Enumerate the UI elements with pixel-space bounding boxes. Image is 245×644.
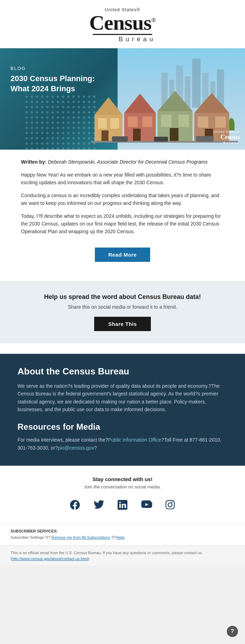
svg-rect-23: [112, 136, 128, 142]
contact-link[interactable]: http://www.census.gov/about/contact-us.h…: [12, 557, 88, 561]
svg-rect-14: [161, 115, 172, 127]
footer: This is an official email from the U.S. …: [0, 545, 245, 566]
hero-watermark: United States® Census Bureau: [214, 130, 240, 144]
svg-rect-4: [98, 118, 107, 129]
resources-text-before: For media interviews, please contact the…: [18, 437, 108, 443]
logo-census: Census: [89, 11, 151, 34]
social-icons-row: [21, 496, 224, 513]
written-by-name: Deborah Stempowski, Associate Director f…: [48, 159, 208, 165]
paragraph-2: Conducting a census is an incredibly com…: [21, 192, 224, 207]
footer-text: This is an official email from the U.S. …: [10, 550, 234, 561]
svg-rect-24: [154, 137, 168, 142]
share-heading: Help us spread the word about Census Bur…: [21, 293, 224, 301]
facebook-icon[interactable]: [66, 496, 83, 513]
unsubscribe-link[interactable]: Remove me from All Subscriptions: [51, 535, 110, 539]
email-wrapper: United States® Census® Bureau: [0, 0, 245, 566]
svg-rect-15: [178, 115, 189, 127]
svg-marker-17: [194, 93, 229, 113]
written-by-label: Written by:: [21, 159, 47, 165]
hero-text: BLOG 2030 Census Planning: What 2024 Bri…: [10, 66, 98, 94]
paragraph-3: Today, I?ll describe what to expect as 2…: [21, 212, 224, 236]
svg-rect-16: [170, 128, 178, 143]
svg-rect-19: [198, 116, 208, 128]
svg-rect-20: [215, 116, 226, 128]
svg-rect-10: [142, 116, 152, 127]
article-content: Written by: Deborah Stempowski, Associat…: [0, 150, 245, 281]
about-heading: About the Census Bureau: [18, 366, 227, 377]
share-button[interactable]: Share This: [94, 317, 151, 331]
join-conversation-text: Join the conversation on social media.: [21, 484, 224, 489]
svg-rect-6: [102, 130, 108, 143]
linkedin-icon[interactable]: [114, 496, 131, 513]
subscriber-mid-text: ?|?: [110, 535, 117, 539]
hero-title: 2030 Census Planning: What 2024 Brings: [10, 74, 98, 94]
resources-text: For media interviews, please contact the…: [18, 436, 227, 452]
svg-marker-12: [158, 91, 192, 111]
youtube-icon[interactable]: [138, 496, 155, 513]
share-subtext: Share this on social media or forward it…: [21, 304, 224, 310]
social-section: Stay connected with us! Join the convers…: [0, 466, 245, 524]
svg-rect-5: [110, 118, 119, 129]
resources-text-after: ?: [94, 445, 97, 451]
subscriber-settings-text: Subscriber Settings ?|?: [10, 535, 51, 539]
twitter-icon[interactable]: [90, 496, 107, 513]
read-more-button[interactable]: Read More: [95, 248, 150, 262]
subscriber-text: Subscriber Settings ?|? Remove me from A…: [10, 535, 125, 539]
svg-rect-1: [24, 94, 99, 150]
svg-rect-25: [196, 136, 214, 142]
subscriber-label: SUBSCRIBER SERVICES:: [10, 529, 58, 533]
resources-heading: Resources for Media: [18, 422, 227, 432]
hero-image: BLOG 2030 Census Planning: What 2024 Bri…: [0, 48, 245, 150]
logo-container: United States® Census® Bureau: [89, 7, 156, 43]
svg-rect-9: [128, 116, 138, 127]
read-more-container: Read More: [21, 241, 224, 272]
help-link[interactable]: Help: [117, 535, 125, 539]
paragraph-1: Happy New Year! As we embark on a new ye…: [21, 171, 224, 187]
header: United States® Census® Bureau: [0, 0, 245, 48]
about-section: About the Census Bureau We serve as the …: [0, 354, 245, 466]
logo-bureau-text: Bureau: [89, 36, 156, 43]
about-text: We serve as the nation?s leading provide…: [18, 382, 227, 414]
spacer: [0, 343, 245, 354]
written-by: Written by: Deborah Stempowski, Associat…: [21, 158, 224, 166]
public-info-link[interactable]: Public Information Office: [108, 437, 161, 443]
stay-connected-text: Stay connected with us!: [21, 476, 224, 482]
logo-main-text: Census®: [89, 12, 156, 33]
svg-marker-7: [124, 94, 156, 113]
svg-rect-11: [133, 129, 141, 143]
svg-marker-2: [94, 97, 122, 115]
share-section: Help us spread the word about Census Bur…: [0, 281, 245, 343]
watermark-bureau: Bureau: [214, 141, 240, 144]
watermark-top: United States®: [214, 130, 240, 134]
pio-email-link[interactable]: pio@census.gov: [58, 445, 94, 451]
instagram-icon[interactable]: [162, 496, 178, 513]
blog-label: BLOG: [10, 66, 98, 71]
watermark-census: Census: [220, 134, 240, 141]
subscriber-section: SUBSCRIBER SERVICES: Subscriber Settings…: [0, 524, 245, 545]
